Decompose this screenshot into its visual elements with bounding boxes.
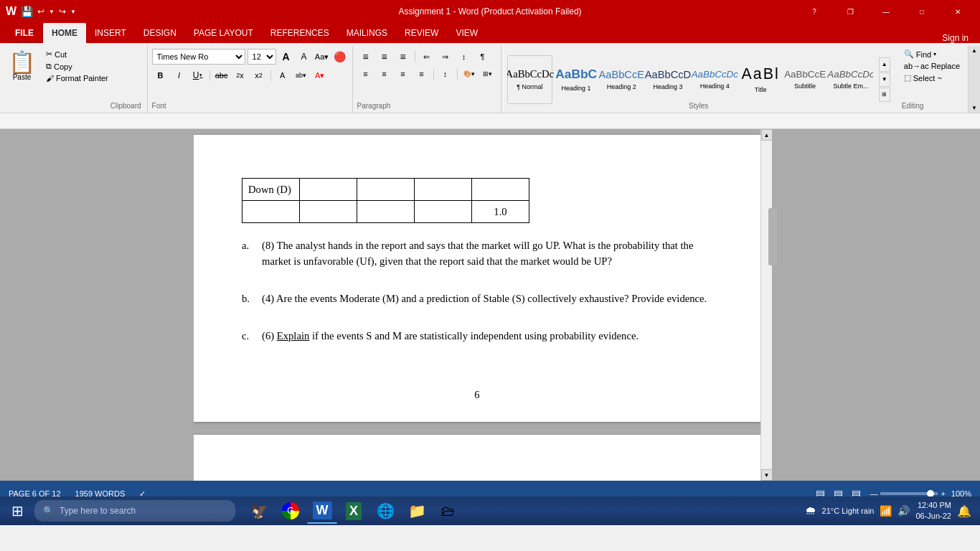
scroll-up-button[interactable]: ▲ [761, 129, 773, 141]
superscript-button[interactable]: x2 [250, 67, 268, 83]
ribbon-scroll-up[interactable]: ▲ [971, 47, 977, 54]
align-left-button[interactable]: ≡ [357, 66, 374, 82]
italic-button[interactable]: I [171, 67, 188, 83]
underline-button[interactable]: U▾ [189, 67, 207, 83]
document-area[interactable]: Down (D) 1.0 [194, 129, 760, 481]
cut-label: Cut [55, 50, 67, 59]
style-subtitle[interactable]: AaBbCcE Subtitle [784, 55, 826, 104]
taskbar-word-app[interactable]: W [307, 498, 337, 524]
shading-button[interactable]: 🎨▾ [461, 66, 478, 82]
redo-icon[interactable]: ↪ [59, 6, 66, 17]
bird-icon: 🦅 [250, 502, 268, 519]
restore-button[interactable]: ❐ [834, 0, 867, 23]
undo-icon[interactable]: ↩ [37, 6, 44, 17]
styles-scroll-down[interactable]: ▼ [879, 72, 890, 87]
copy-button[interactable]: ⧉ Copy [44, 61, 110, 72]
shrink-font-button[interactable]: A [296, 49, 312, 65]
taskbar-search[interactable]: 🔍 [34, 500, 235, 522]
sort-button[interactable]: ↕ [456, 49, 473, 65]
strikethrough-button[interactable]: abc [213, 67, 230, 83]
probability-table: Down (D) 1.0 [242, 178, 529, 223]
tab-design[interactable]: DESIGN [135, 23, 185, 43]
vertical-scrollbar[interactable]: ▲ ▼ [760, 129, 772, 481]
styles-scroll-up[interactable]: ▲ [879, 57, 890, 72]
search-input[interactable] [60, 506, 227, 516]
clock[interactable]: 12:40 PM 06-Jun-22 [915, 500, 951, 522]
subscript-button[interactable]: 2x [232, 67, 249, 83]
excel-icon: X [346, 502, 362, 520]
text-color-button[interactable]: A▾ [311, 67, 329, 83]
format-painter-button[interactable]: 🖌 Format Painter [44, 73, 110, 83]
decrease-indent-button[interactable]: ⇐ [418, 49, 435, 65]
taskbar-chrome-app[interactable]: G [275, 498, 306, 524]
font-style-button[interactable]: Aa▾ [314, 49, 330, 65]
font-color-button[interactable]: A [274, 67, 291, 83]
taskbar-app-icons: 🦅 G W X 🌐 📁 🗁 [244, 498, 463, 524]
tab-page-layout[interactable]: PAGE LAYOUT [185, 23, 262, 43]
tab-home[interactable]: HOME [43, 23, 86, 43]
cut-button[interactable]: ✂ Cut [44, 49, 110, 60]
align-center-button[interactable]: ≡ [376, 66, 393, 82]
justify-button[interactable]: ≡ [413, 66, 430, 82]
sign-in-button[interactable]: Sign in [942, 33, 974, 43]
zoom-slider[interactable] [880, 492, 938, 495]
tab-references[interactable]: REFERENCES [262, 23, 338, 43]
increase-indent-button[interactable]: ⇒ [437, 49, 454, 65]
style-heading1[interactable]: AaBbC Heading 1 [555, 55, 597, 104]
tab-file[interactable]: FILE [6, 23, 43, 43]
scroll-down-button[interactable]: ▼ [761, 469, 773, 481]
styles-expand[interactable]: ⊞ [879, 88, 890, 102]
clear-format-button[interactable]: 🔴 [332, 49, 348, 65]
highlight-button[interactable]: ab▾ [293, 67, 310, 83]
undo-dropdown-icon[interactable]: ▼ [49, 9, 55, 15]
select-button[interactable]: ⬚ Select ~ [902, 72, 962, 83]
start-icon: ⊞ [11, 502, 24, 519]
multilevel-button[interactable]: ≡ [395, 49, 412, 65]
style-subtitle-label: Subtitle [794, 83, 816, 90]
style-heading4[interactable]: AaBbCcDc Heading 4 [692, 55, 737, 104]
style-heading2[interactable]: AaBbCcE Heading 2 [600, 55, 643, 104]
taskbar-explorer-app[interactable]: 🗁 [433, 498, 463, 524]
tab-insert[interactable]: INSERT [86, 23, 135, 43]
tab-review[interactable]: REVIEW [396, 23, 447, 43]
style-heading3[interactable]: AaBbCcD Heading 3 [646, 55, 689, 104]
taskbar-files-app[interactable]: 📁 [402, 498, 432, 524]
start-button[interactable]: ⊞ [3, 498, 32, 524]
tab-mailings[interactable]: MAILINGS [338, 23, 396, 43]
taskbar-bird-app[interactable]: 🦅 [244, 498, 274, 524]
show-marks-button[interactable]: ¶ [474, 49, 491, 65]
table-cell-total-4 [415, 201, 472, 223]
find-button[interactable]: 🔍 Find ▾ [902, 49, 962, 60]
line-spacing-button[interactable]: ↕ [437, 66, 454, 82]
quick-access-toolbar: W 💾 ↩ ▼ ↪ ▼ [6, 5, 76, 18]
paste-button[interactable]: 📋 Paste [6, 49, 38, 83]
ribbon-scroll-down[interactable]: ▼ [971, 105, 977, 111]
maximize-button[interactable]: □ [905, 0, 938, 23]
taskbar-excel-app[interactable]: X [339, 498, 369, 524]
save-icon[interactable]: 💾 [21, 6, 33, 17]
font-name-select[interactable]: Times New Ro [152, 49, 245, 65]
font-size-select[interactable]: 12 [248, 49, 276, 65]
customize-icon[interactable]: ▼ [70, 9, 76, 15]
style-subtle-em[interactable]: AaBbCcDc Subtle Em... [829, 55, 873, 104]
bullets-button[interactable]: ≡ [357, 49, 374, 65]
taskbar-edge-app[interactable]: 🌐 [370, 498, 400, 524]
ribbon-scroll: ▲ ▼ [969, 46, 980, 113]
help-button[interactable]: ? [798, 0, 831, 23]
style-h3-preview: AaBbCcD [645, 69, 691, 80]
numbering-button[interactable]: ≡ [376, 49, 393, 65]
grow-font-button[interactable]: A [278, 49, 294, 65]
border-button[interactable]: ⊞▾ [479, 66, 496, 82]
bold-button[interactable]: B [152, 67, 169, 83]
scroll-thumb[interactable] [768, 208, 777, 265]
style-title[interactable]: AaBl Title [740, 55, 781, 104]
replace-button[interactable]: ab→ac Replace [902, 61, 962, 71]
minimize-button[interactable]: — [870, 0, 903, 23]
style-normal[interactable]: AaBbCcDc ¶ Normal [507, 55, 553, 104]
style-subtitle-preview: AaBbCcE [784, 69, 826, 80]
close-button[interactable]: ✕ [941, 0, 974, 23]
align-right-button[interactable]: ≡ [395, 66, 412, 82]
styles-list: AaBbCcDc ¶ Normal AaBbC Heading 1 AaBbCc… [507, 55, 873, 104]
notifications-button[interactable]: 🔔 [957, 504, 971, 518]
tab-view[interactable]: VIEW [447, 23, 486, 43]
